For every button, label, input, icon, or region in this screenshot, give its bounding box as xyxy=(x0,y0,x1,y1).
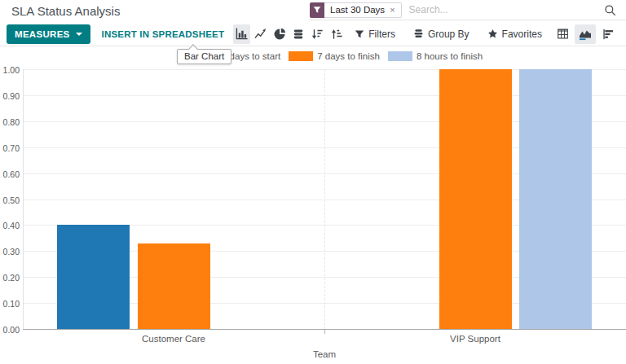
search-icon[interactable] xyxy=(604,4,616,16)
legend-swatch xyxy=(289,51,313,61)
funnel-icon xyxy=(355,29,364,39)
y-tick-label: 0.10 xyxy=(0,299,20,309)
y-tick-label: 0.70 xyxy=(0,143,20,153)
y-tick-label: 0.80 xyxy=(0,117,20,127)
graph-view-button[interactable] xyxy=(575,24,596,44)
pie-chart-button[interactable] xyxy=(271,24,288,44)
chart-region: 0.000.100.200.300.400.500.600.700.800.90… xyxy=(0,46,626,364)
stacked-toggle-button[interactable] xyxy=(290,24,307,44)
y-tick-label: 0.20 xyxy=(0,273,20,283)
chart-legend: 2 days to start7 days to finish8 hours t… xyxy=(193,51,483,61)
y-tick-label: 0.00 xyxy=(0,325,20,335)
pie-chart-icon xyxy=(274,28,286,40)
page-title: SLA Status Analysis xyxy=(11,4,120,18)
line-chart-button[interactable] xyxy=(252,24,269,44)
bar-chart: 0.000.100.200.300.400.500.600.700.800.90… xyxy=(0,46,626,364)
group-by-button[interactable] xyxy=(413,29,424,39)
bar-8-hours-to-finish[interactable] xyxy=(519,69,592,329)
bar-chart-icon xyxy=(236,28,248,40)
favorites-button[interactable]: Favorites xyxy=(487,29,542,40)
pivot-view-icon xyxy=(557,28,569,40)
legend-label: 8 hours to finish xyxy=(417,51,483,61)
view-switcher xyxy=(551,24,619,44)
star-icon xyxy=(487,29,498,39)
group-by-label[interactable]: Group By xyxy=(428,29,470,40)
y-tick-label: 0.50 xyxy=(0,195,20,205)
filter-facet[interactable]: Last 30 Days × xyxy=(310,2,402,18)
legend-swatch xyxy=(388,51,412,61)
sort-descending-icon xyxy=(311,29,323,40)
x-axis-line xyxy=(23,329,626,330)
x-axis-title: Team xyxy=(313,349,336,359)
filter-facet-funnel-icon xyxy=(310,2,324,18)
insert-in-spreadsheet-button[interactable]: INSERT IN SPREADSHEET xyxy=(102,29,225,39)
cohort-view-icon xyxy=(602,29,614,40)
y-tick-label: 0.30 xyxy=(0,247,20,257)
cohort-view-button[interactable] xyxy=(597,24,619,44)
facet-label: Last 30 Days xyxy=(330,5,385,15)
legend-label: 7 days to finish xyxy=(317,51,380,61)
control-panel: MEASURES INSERT IN SPREADSHEET xyxy=(0,22,626,46)
bar-2-days-to-start[interactable] xyxy=(57,225,130,329)
search-bar[interactable]: Last 30 Days × xyxy=(310,0,626,20)
bar-7-days-to-finish[interactable] xyxy=(138,243,210,329)
line-chart-icon xyxy=(254,28,267,40)
bar-chart-tooltip: Bar Chart xyxy=(177,49,231,64)
x-category-label: Customer Care xyxy=(142,334,205,344)
pivot-view-button[interactable] xyxy=(552,24,573,44)
x-category-label: VIP Support xyxy=(450,334,500,344)
graph-view-icon xyxy=(579,28,592,41)
filters-button[interactable]: Filters xyxy=(355,29,395,40)
sort-ascending-button[interactable] xyxy=(328,24,345,44)
stacked-icon xyxy=(293,29,304,40)
measures-button[interactable]: MEASURES xyxy=(7,24,90,44)
bar-chart-button[interactable] xyxy=(233,24,250,44)
category-separator-line xyxy=(324,69,325,329)
y-axis-line xyxy=(23,69,24,329)
bar-7-days-to-finish[interactable] xyxy=(439,69,512,329)
caret-down-icon xyxy=(76,33,82,36)
y-tick-label: 0.90 xyxy=(0,91,20,101)
legend-item[interactable]: 8 hours to finish xyxy=(388,51,483,61)
top-bar: SLA Status Analysis Last 30 Days × xyxy=(0,0,626,22)
y-tick-label: 0.60 xyxy=(0,169,20,179)
y-tick-label: 1.00 xyxy=(0,65,20,75)
y-tick-label: 0.40 xyxy=(0,221,20,230)
legend-item[interactable]: 7 days to finish xyxy=(289,51,380,61)
layers-icon xyxy=(413,29,424,39)
sort-ascending-icon xyxy=(331,29,342,40)
sort-descending-button[interactable] xyxy=(309,24,326,44)
search-input[interactable] xyxy=(402,4,604,15)
facet-remove-icon[interactable]: × xyxy=(390,6,395,15)
